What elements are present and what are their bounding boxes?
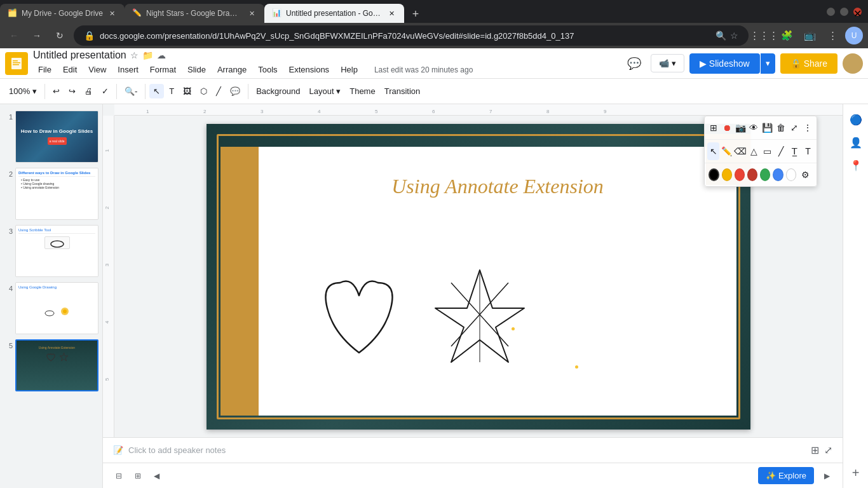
more-options-button[interactable]: ⋮: [802, 119, 814, 137]
slideshow-button[interactable]: ▶ Slideshow: [689, 53, 760, 74]
menu-file[interactable]: File: [33, 62, 57, 77]
color-green[interactable]: [760, 168, 770, 181]
bookmark-star-icon[interactable]: ☆: [730, 30, 738, 41]
notes-placeholder[interactable]: Click to add speaker notes: [128, 445, 226, 455]
grid-icon-notes[interactable]: ⊞: [811, 444, 819, 456]
expand-right-button[interactable]: ▶: [819, 469, 835, 483]
slide-thumb-3[interactable]: 3 Using Scribble Tool: [3, 224, 100, 278]
shape-tool-button[interactable]: ⬡: [196, 84, 211, 98]
cast-icon[interactable]: 📺: [799, 25, 820, 46]
color-black[interactable]: [709, 168, 719, 181]
trash-button[interactable]: 🗑: [775, 119, 787, 137]
slideshow-dropdown-button[interactable]: ▾: [760, 53, 775, 74]
theme-button[interactable]: Theme: [346, 84, 379, 98]
menu-edit[interactable]: Edit: [58, 62, 82, 77]
menu-arrange[interactable]: Arrange: [212, 62, 252, 77]
rect-tool-button[interactable]: ▭: [761, 142, 773, 160]
tab-drive[interactable]: 🗂️ My Drive - Google Drive ✕: [0, 4, 125, 23]
extensions-icon[interactable]: 🧩: [776, 25, 797, 46]
slide-canvas[interactable]: Using Annotate Extension: [207, 124, 750, 430]
back-button[interactable]: ←: [5, 27, 23, 44]
zoom-btn[interactable]: 100% ▾: [5, 84, 41, 98]
forward-button[interactable]: →: [28, 27, 46, 44]
profile-avatar[interactable]: U: [845, 27, 863, 44]
slide-canvas-area[interactable]: ⊞ ⏺ 📷 👁 💾 🗑 ⤢ ⋮ ↖ ✏️: [114, 116, 843, 437]
expand-button[interactable]: ⤢: [789, 119, 801, 137]
eye-button[interactable]: 👁: [748, 119, 760, 137]
sidebar-meet-button[interactable]: 🔵: [846, 109, 866, 130]
record-button[interactable]: ⏺: [721, 119, 733, 137]
sidebar-maps-button[interactable]: 📍: [846, 155, 866, 175]
menu-tools[interactable]: Tools: [253, 62, 282, 77]
tab-drawings[interactable]: ✏️ Night Stars - Google Drawings ✕: [125, 4, 264, 23]
camera-button[interactable]: 📷: [735, 119, 747, 137]
print-button[interactable]: 🖨: [81, 84, 97, 98]
cursor-tool-button[interactable]: ↖: [707, 142, 719, 160]
slide-thumb-5[interactable]: 5 Using Annotate Extension: [3, 338, 100, 393]
triangle-tool-button[interactable]: △: [748, 142, 760, 160]
color-yellow[interactable]: [722, 168, 732, 181]
spell-check-button[interactable]: ✓: [98, 84, 112, 98]
tab-drive-close[interactable]: ✕: [107, 8, 117, 18]
menu-insert[interactable]: Insert: [112, 62, 144, 77]
close-button[interactable]: ✕: [853, 8, 862, 16]
comments-button[interactable]: 💬: [623, 52, 646, 75]
redo-button[interactable]: ↪: [65, 84, 79, 98]
color-blue[interactable]: [773, 168, 783, 181]
menu-slide[interactable]: Slide: [182, 62, 211, 77]
google-apps-icon[interactable]: ⋮⋮⋮: [754, 25, 774, 46]
undo-button[interactable]: ↩: [49, 84, 64, 98]
color-white[interactable]: [786, 168, 796, 181]
comment-tool-button[interactable]: 💬: [226, 84, 244, 98]
grid-view-button-bottom[interactable]: ⊞: [130, 469, 146, 483]
filmstrip-view-button[interactable]: ⊟: [111, 469, 127, 483]
chrome-menu-icon[interactable]: ⋮: [822, 25, 843, 46]
maximize-button[interactable]: [840, 8, 848, 16]
transition-button[interactable]: Transition: [381, 84, 424, 98]
menu-view[interactable]: View: [83, 62, 111, 77]
slide-thumb-4[interactable]: 4 Using Google Drawing: [3, 281, 100, 336]
text-tool-ann-button[interactable]: T: [802, 142, 814, 160]
slide-thumb-2[interactable]: 2 Different ways to Draw in Google Slide…: [3, 166, 100, 221]
text-tool-button[interactable]: T: [165, 84, 178, 98]
background-button[interactable]: Background: [252, 84, 304, 98]
line-tool-button-ann[interactable]: ╱: [775, 142, 787, 160]
line-tool-button[interactable]: ╱: [212, 84, 225, 98]
sidebar-add-button[interactable]: +: [846, 463, 866, 483]
tab-slides[interactable]: 📊 Untitled presentation - Google Sl ✕: [264, 4, 404, 23]
refresh-button[interactable]: ↻: [51, 27, 69, 44]
url-bar[interactable]: 🔒 docs.google.com/presentation/d/1UhAwPq…: [74, 25, 749, 46]
menu-help[interactable]: Help: [336, 62, 363, 77]
explore-button[interactable]: ✨ Explore: [758, 467, 814, 484]
meet-dropdown[interactable]: ▾: [672, 58, 676, 68]
sidebar-user-button[interactable]: 👤: [846, 132, 866, 152]
star-icon[interactable]: ☆: [130, 50, 139, 60]
menu-format[interactable]: Format: [145, 62, 181, 77]
eraser-tool-button[interactable]: ⌫: [734, 142, 747, 160]
save-ann-button[interactable]: 💾: [761, 119, 773, 137]
speaker-notes[interactable]: 📝 Click to add speaker notes ⊞ ⤢: [103, 437, 843, 463]
text-label-button[interactable]: T̲: [789, 142, 801, 160]
user-avatar[interactable]: [843, 53, 863, 74]
color-settings-button[interactable]: ⚙: [799, 166, 813, 184]
expand-icon-notes[interactable]: ⤢: [824, 444, 832, 456]
search-icon[interactable]: 🔍: [715, 30, 726, 41]
tab-slides-close[interactable]: ✕: [386, 8, 397, 18]
tab-drawings-close[interactable]: ✕: [247, 8, 257, 18]
folder-icon[interactable]: 📁: [142, 50, 153, 60]
share-button[interactable]: 🔒 Share: [780, 53, 837, 74]
cloud-icon[interactable]: ☁: [157, 50, 166, 60]
collapse-panel-button[interactable]: ◀: [149, 469, 165, 483]
slide-thumb-1[interactable]: 1 How to Draw in Google Slides a real sl…: [3, 109, 100, 164]
zoom-out-button[interactable]: 🔍-: [121, 84, 141, 98]
color-red-2[interactable]: [747, 168, 757, 181]
meet-button[interactable]: 📹 ▾: [651, 54, 684, 72]
minimize-button[interactable]: [827, 8, 835, 16]
layout-button[interactable]: Layout ▾: [306, 84, 345, 98]
image-tool-button[interactable]: 🖼: [179, 84, 195, 98]
new-tab-button[interactable]: +: [407, 5, 424, 23]
grid-view-button[interactable]: ⊞: [707, 119, 719, 137]
color-red-1[interactable]: [735, 168, 745, 181]
presentation-title[interactable]: Untitled presentation: [33, 50, 126, 61]
select-tool-button[interactable]: ↖: [149, 84, 164, 98]
